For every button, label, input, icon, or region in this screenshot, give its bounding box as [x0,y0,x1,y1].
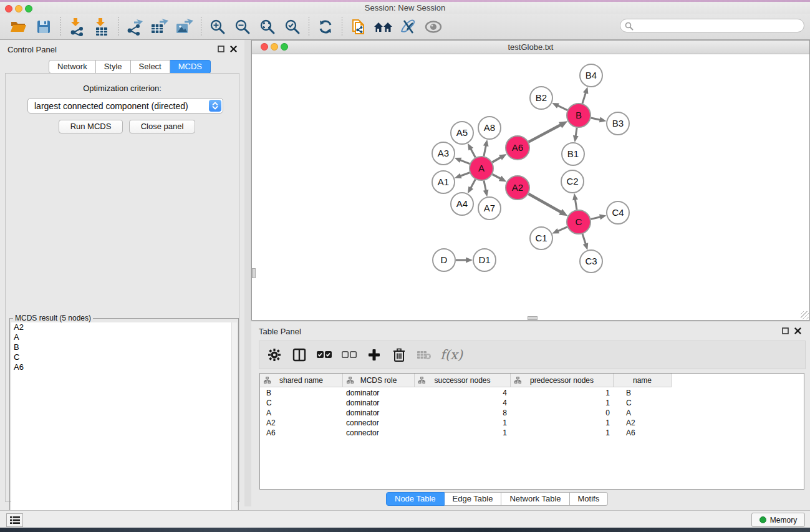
tab-network[interactable]: Network [49,60,96,74]
add-column-icon[interactable] [365,346,383,364]
edge-B-B4[interactable] [582,92,586,103]
unselect-all-columns-icon[interactable] [340,346,358,364]
mcds-result-item[interactable]: A6 [11,362,233,372]
edge-A-A3[interactable] [460,160,470,164]
tab-node-table[interactable]: Node Table [386,492,445,506]
close-panel-icon[interactable] [794,327,801,334]
edge-A-A4[interactable] [471,180,476,188]
close-panel-icon[interactable] [230,46,237,52]
tab-edge-table[interactable]: Edge Table [445,492,502,506]
column-header-shared-name[interactable]: shared name [260,374,343,387]
close-panel-button[interactable]: Close panel [129,120,195,133]
tab-mcds[interactable]: MCDS [170,60,211,74]
edge-A-A7[interactable] [484,181,486,191]
show-panels-button[interactable] [6,513,23,527]
refresh-layout-icon[interactable] [313,16,338,38]
float-panel-icon[interactable] [218,46,224,52]
new-network-from-selection-icon[interactable] [346,16,371,38]
delete-column-icon[interactable] [390,346,408,364]
mcds-result-item[interactable]: A [11,332,233,342]
edge-A2-C[interactable] [528,194,561,212]
edge-A-A2[interactable] [493,174,501,178]
edge-A-A5[interactable] [471,148,476,157]
table-cell: dominator [343,389,415,399]
zoom-selected-icon[interactable] [280,16,305,38]
edge-C-C1[interactable] [557,227,567,231]
edge-C-C2[interactable] [575,199,577,210]
run-mcds-button[interactable]: Run MCDS [59,120,123,133]
panel-divider[interactable] [244,40,251,506]
maximize-view-button[interactable] [281,43,288,51]
table-row[interactable]: Cdominator41C [260,399,804,409]
edge-A-A1[interactable] [460,173,470,176]
search-field[interactable] [620,19,804,32]
close-view-button[interactable] [261,43,268,51]
export-table-icon[interactable] [147,16,172,38]
gear-icon[interactable] [266,346,283,364]
tab-style[interactable]: Style [96,60,131,74]
import-network-icon[interactable] [64,16,89,38]
edge-B-B2[interactable] [557,105,567,110]
zoom-fit-icon[interactable] [255,16,280,38]
edge-A-A6[interactable] [492,157,501,162]
mcds-result-item[interactable]: B [11,342,233,352]
table-cell: C [614,399,672,409]
first-neighbors-icon[interactable] [371,16,396,38]
save-session-icon[interactable] [31,16,56,38]
control-panel-title: Control Panel [7,45,57,54]
splitpane-handle-left[interactable] [252,268,256,278]
column-view-icon[interactable] [291,346,308,364]
mcds-result-list[interactable]: A2ABCA6 [11,322,233,531]
criterion-dropdown[interactable]: largest connected component (directed) [27,98,223,114]
function-builder-icon[interactable]: f(x) [440,347,463,362]
tab-network-table[interactable]: Network Table [501,492,569,506]
maximize-window-button[interactable] [25,5,32,12]
node-label: D1 [478,254,490,265]
node-table[interactable]: shared nameMCDS rolesuccessor nodesprede… [259,373,804,490]
table-row[interactable]: A6connector11A6 [260,428,804,438]
open-file-icon[interactable] [6,16,31,38]
edge-B-B3[interactable] [591,118,600,120]
mcds-result-item[interactable]: A2 [11,322,233,332]
show-graphics-details-icon[interactable] [421,16,446,38]
export-network-icon[interactable] [122,16,147,38]
export-image-icon[interactable] [172,16,197,38]
select-all-columns-icon[interactable] [316,346,333,364]
tab-select[interactable]: Select [131,60,170,74]
edge-A-A8[interactable] [484,145,486,156]
minimize-view-button[interactable] [271,43,278,51]
edge-C-C4[interactable] [591,217,600,220]
network-canvas[interactable]: B4B2BB3B1A5A8A6A3AA1C2A2A4A7CC4C1C3DD1 [252,54,809,320]
column-header-successor-nodes[interactable]: successor nodes [415,374,511,387]
tab-motifs[interactable]: Motifs [570,492,609,506]
table-row[interactable]: Bdominator41B [260,389,804,399]
scrollbar-track[interactable] [231,322,237,531]
import-table-icon[interactable] [89,16,114,38]
table-row[interactable]: Adominator80A [260,409,804,418]
column-header-predecessor-nodes[interactable]: predecessor nodes [511,374,614,387]
zoom-out-icon[interactable] [230,16,255,38]
edge-C-C3[interactable] [582,234,586,244]
column-header-name[interactable]: name [614,374,672,387]
search-input[interactable] [637,20,799,31]
column-header-MCDS-role[interactable]: MCDS role [343,374,415,387]
table-cell: A2 [614,418,672,428]
window-resize-grip[interactable] [801,311,809,319]
network-window-titlebar[interactable]: testGlobe.txt [252,41,809,54]
close-window-button[interactable] [5,5,12,12]
float-panel-icon[interactable] [782,327,789,334]
column-header-label: successor nodes [434,376,490,385]
mcds-result-item[interactable]: C [11,352,233,362]
arrowhead-icon [483,140,489,147]
edge-B-B1[interactable] [576,128,577,137]
node-label: C2 [566,176,578,186]
hide-labels-icon[interactable] [396,16,421,38]
table-row[interactable]: A2connector11A2 [260,418,804,428]
memory-button[interactable]: Memory [751,513,805,527]
edge-A6-B[interactable] [529,125,561,142]
delete-table-icon[interactable] [415,346,433,364]
splitpane-handle-bottom[interactable] [528,316,538,320]
node-label: A5 [456,127,468,138]
zoom-in-icon[interactable] [205,16,230,38]
minimize-window-button[interactable] [15,5,22,12]
